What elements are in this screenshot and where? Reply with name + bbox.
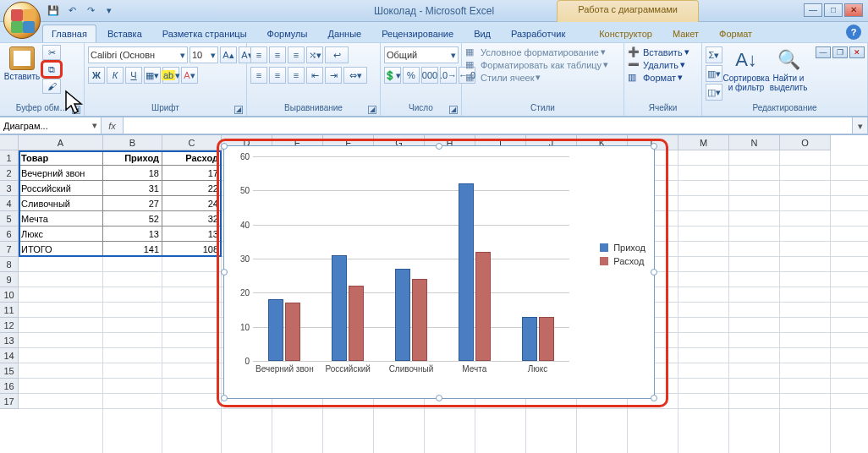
qat-undo-icon[interactable]: ↶ — [64, 3, 80, 19]
tab-chart-format[interactable]: Формат — [710, 25, 761, 42]
format-painter-button[interactable]: 🖌 — [42, 79, 61, 94]
column-header[interactable]: B — [103, 135, 162, 150]
cell[interactable]: 32 — [162, 211, 222, 226]
office-button[interactable] — [3, 2, 41, 39]
align-left-button[interactable]: ≡ — [250, 67, 267, 84]
name-box[interactable]: Диаграм...▾ — [0, 117, 102, 134]
cell[interactable]: 17 — [162, 166, 222, 181]
merge-center-button[interactable]: ⇔▾ — [343, 67, 367, 84]
row-header[interactable]: 16 — [0, 379, 19, 394]
column-header[interactable]: A — [19, 135, 103, 150]
cell[interactable]: Приход — [103, 150, 162, 166]
tab-data[interactable]: Данные — [318, 25, 371, 42]
cell[interactable]: Товар — [19, 150, 103, 166]
conditional-formatting-button[interactable]: Условное форматирование — [481, 47, 599, 57]
insert-function-button[interactable]: fx — [102, 117, 124, 134]
cell[interactable]: 52 — [103, 211, 162, 226]
borders-button[interactable]: ▦▾ — [144, 67, 161, 84]
cell[interactable]: Российский — [19, 181, 103, 196]
increase-indent-button[interactable]: ⇥ — [325, 67, 342, 84]
row-header[interactable]: 3 — [0, 181, 19, 196]
cell[interactable]: 22 — [162, 181, 222, 196]
cell[interactable]: 31 — [103, 181, 162, 196]
row-header[interactable]: 12 — [0, 318, 19, 333]
workbook-restore-button[interactable]: ❐ — [832, 46, 848, 58]
chart-bar[interactable] — [475, 252, 491, 361]
legend-item[interactable]: Расход — [600, 256, 646, 266]
row-header[interactable]: 11 — [0, 303, 19, 318]
cell[interactable]: 141 — [103, 242, 162, 257]
formula-bar-expand-button[interactable]: ▾ — [853, 117, 868, 134]
comma-button[interactable]: 000 — [421, 67, 438, 84]
column-header[interactable]: N — [729, 135, 780, 150]
paste-button[interactable]: Вставить — [3, 45, 41, 83]
grow-font-button[interactable]: A▴ — [220, 46, 237, 63]
cell[interactable]: 13 — [162, 226, 222, 242]
fill-button[interactable]: ▥▾ — [706, 65, 722, 82]
workbook-minimize-button[interactable]: — — [816, 46, 831, 58]
font-dialog-launcher[interactable]: ◢ — [234, 106, 243, 114]
align-bottom-button[interactable]: ≡ — [288, 46, 305, 63]
chart-bar[interactable] — [332, 255, 347, 361]
percent-button[interactable]: % — [403, 67, 420, 84]
find-select-button[interactable]: 🔍 Найти и выделить — [770, 46, 807, 94]
legend-item[interactable]: Приход — [600, 243, 646, 253]
window-maximize-button[interactable]: □ — [824, 3, 843, 17]
chart-bar[interactable] — [522, 317, 537, 361]
font-color-button[interactable]: A▾ — [181, 67, 198, 84]
cell[interactable]: 27 — [103, 196, 162, 211]
tab-chart-design[interactable]: Конструктор — [590, 25, 662, 42]
accounting-format-button[interactable]: 💲▾ — [384, 67, 401, 84]
select-all-corner[interactable] — [0, 135, 19, 150]
row-header[interactable]: 7 — [0, 242, 19, 257]
chart-bar[interactable] — [539, 317, 554, 361]
chart-bar[interactable] — [395, 269, 410, 361]
qat-save-icon[interactable]: 💾 — [46, 3, 61, 19]
fill-color-button[interactable]: ab▾ — [162, 67, 179, 84]
chart-bar[interactable] — [285, 303, 300, 361]
help-icon[interactable]: ? — [846, 25, 861, 40]
chart-bar[interactable] — [459, 183, 474, 361]
chart-plot-area[interactable]: 0102030405060Вечерний звонРоссийскийСлив… — [253, 156, 569, 361]
bold-button[interactable]: Ж — [88, 67, 105, 84]
chart-bar[interactable] — [268, 299, 283, 361]
cell[interactable]: Люкс — [19, 226, 103, 242]
column-header[interactable]: O — [780, 135, 831, 150]
row-header[interactable]: 5 — [0, 211, 19, 226]
cell[interactable]: Вечерний звон — [19, 166, 103, 181]
alignment-dialog-launcher[interactable]: ◢ — [368, 106, 376, 114]
tab-insert[interactable]: Вставка — [98, 25, 151, 42]
window-close-button[interactable]: ✕ — [844, 3, 863, 17]
window-minimize-button[interactable]: — — [804, 3, 822, 17]
clipboard-dialog-launcher[interactable]: ◢ — [72, 106, 80, 114]
row-header[interactable]: 13 — [0, 333, 19, 348]
tab-view[interactable]: Вид — [464, 25, 500, 42]
row-header[interactable]: 9 — [0, 272, 19, 287]
row-header[interactable]: 6 — [0, 226, 19, 242]
row-header[interactable]: 8 — [0, 257, 19, 272]
formula-bar-input[interactable] — [124, 117, 853, 134]
copy-button[interactable]: ⧉ — [42, 62, 61, 77]
qat-redo-icon[interactable]: ↷ — [83, 3, 98, 19]
increase-decimal-button[interactable]: .0→ — [440, 67, 457, 84]
cell[interactable]: Сливочный — [19, 196, 103, 211]
align-middle-button[interactable]: ≡ — [269, 46, 286, 63]
tab-developer[interactable]: Разработчик — [502, 25, 574, 42]
autosum-button[interactable]: Σ▾ — [706, 46, 722, 63]
cell[interactable]: 24 — [162, 196, 222, 211]
align-center-button[interactable]: ≡ — [269, 67, 286, 84]
row-header[interactable]: 15 — [0, 363, 19, 379]
decrease-indent-button[interactable]: ⇤ — [306, 67, 323, 84]
clear-button[interactable]: ◫▾ — [706, 84, 722, 101]
cell[interactable]: ИТОГО — [19, 242, 103, 257]
cell[interactable]: Расход — [162, 150, 222, 166]
row-header[interactable]: 2 — [0, 166, 19, 181]
column-header[interactable]: C — [162, 135, 222, 150]
cell[interactable]: 108 — [162, 242, 222, 257]
tab-review[interactable]: Рецензирование — [372, 25, 463, 42]
embedded-chart[interactable]: 0102030405060Вечерний звонРоссийскийСлив… — [223, 145, 655, 399]
cell[interactable]: 18 — [103, 166, 162, 181]
tab-formulas[interactable]: Формулы — [258, 25, 317, 42]
font-size-combo[interactable]: 10▾ — [190, 46, 218, 63]
qat-customize-icon[interactable]: ▾ — [102, 3, 117, 19]
